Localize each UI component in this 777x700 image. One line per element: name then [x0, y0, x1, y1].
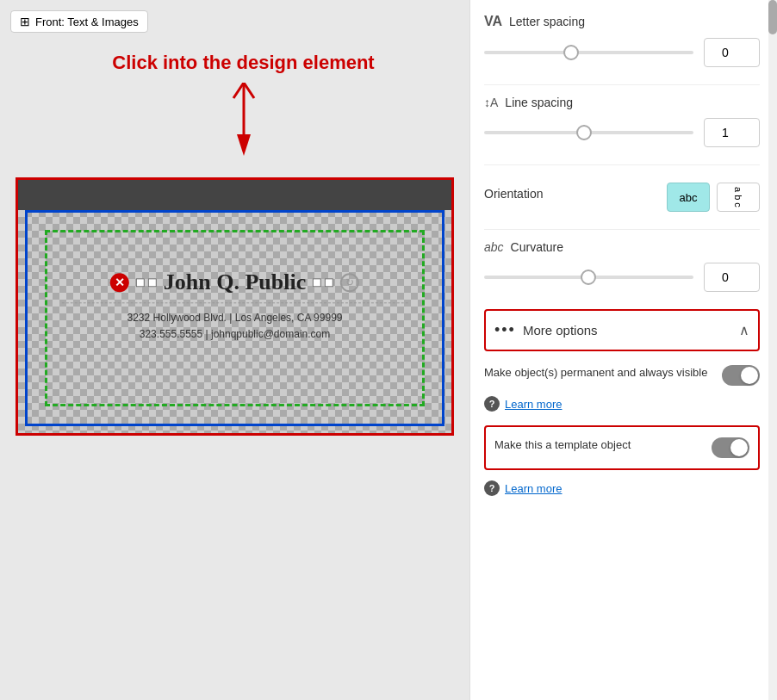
curvature-slider-row	[484, 263, 760, 292]
rotate-icon[interactable]: ↻	[340, 273, 359, 292]
selection-handles	[136, 278, 157, 287]
name-wrapper: ✕ John Q. Public ↻	[61, 269, 407, 295]
line-spacing-header: ↕A Line spacing	[484, 96, 760, 109]
handle-tm	[148, 278, 157, 287]
name-text: John Q. Public	[164, 269, 306, 295]
divider-2	[484, 164, 760, 165]
svg-line-1	[233, 83, 244, 98]
more-options-label: More options	[523, 323, 598, 338]
handle-tl	[136, 278, 145, 287]
scrollbar-thumb[interactable]	[768, 0, 777, 34]
address-line2: 323.555.5555 | johnqpublic@domain.com	[61, 327, 407, 344]
instruction-text: Click into the design element	[112, 52, 374, 74]
letter-spacing-track[interactable]	[484, 51, 693, 54]
letter-spacing-input[interactable]	[704, 38, 760, 67]
learn-more-1-row[interactable]: ? Learn more	[484, 396, 760, 412]
orientation-label: Orientation	[484, 187, 543, 201]
text-content-area[interactable]: ✕ John Q. Public ↻ 3232 Hollywood Blvd. …	[61, 269, 407, 343]
right-panel: VA Letter spacing ↕A Line spacing Orient…	[469, 0, 777, 700]
template-toggle-switch[interactable]	[712, 437, 749, 458]
more-options-header[interactable]: ••• More options ∧	[484, 309, 760, 351]
dots-icon: •••	[494, 321, 516, 339]
more-options-left: ••• More options	[494, 321, 598, 339]
orientation-buttons: abc a b c	[667, 183, 760, 212]
letter-spacing-thumb[interactable]	[563, 45, 579, 60]
delete-icon[interactable]: ✕	[110, 273, 129, 292]
letter-spacing-slider-row	[484, 38, 760, 67]
curvature-label: Curvature	[511, 240, 563, 254]
layer-badge-label: Front: Text & Images	[35, 15, 139, 28]
letter-spacing-section: VA Letter spacing	[484, 14, 760, 67]
handle-mr	[325, 278, 333, 287]
permanent-toggle-switch[interactable]	[722, 365, 760, 386]
curvature-icon: abc	[484, 240, 504, 254]
orientation-vertical[interactable]: a b c	[717, 183, 760, 212]
arrow-indicator	[218, 83, 270, 160]
question-icon-2: ?	[484, 480, 500, 496]
address-line1: 3232 Hollywood Blvd. | Los Angeles, CA 9…	[61, 310, 407, 326]
address-text: 3232 Hollywood Blvd. | Los Angeles, CA 9…	[61, 302, 407, 343]
orientation-section: Orientation abc a b c	[484, 176, 760, 212]
divider-1	[484, 84, 760, 85]
permanent-toggle-knob	[741, 367, 758, 384]
line-spacing-section: ↕A Line spacing	[484, 96, 760, 147]
curvature-input[interactable]	[704, 263, 760, 292]
selection-handles-right	[313, 278, 333, 287]
canvas-header	[18, 180, 451, 210]
curvature-header: abc Curvature	[484, 240, 760, 254]
line-spacing-label: Line spacing	[505, 96, 573, 109]
line-spacing-track[interactable]	[484, 131, 693, 134]
permanent-toggle-row: Make object(s) permanent and always visi…	[484, 365, 760, 386]
layer-badge[interactable]: ⊞ Front: Text & Images	[10, 10, 148, 33]
svg-line-2	[244, 83, 254, 98]
left-panel: ⊞ Front: Text & Images Click into the de…	[0, 0, 469, 700]
curvature-track[interactable]	[484, 276, 693, 279]
handle-tr	[313, 278, 321, 287]
line-spacing-input[interactable]	[704, 118, 760, 147]
orientation-horizontal[interactable]: abc	[667, 183, 710, 212]
learn-more-1-link[interactable]: Learn more	[505, 398, 562, 411]
template-toggle-label: Make this a template object	[494, 437, 703, 453]
curvature-section: abc Curvature	[484, 240, 760, 292]
scrollbar[interactable]	[768, 0, 777, 700]
divider-3	[484, 229, 760, 230]
question-icon-1: ?	[484, 396, 500, 412]
design-canvas[interactable]: ✕ John Q. Public ↻ 3232 Hollywood Blvd. …	[16, 177, 454, 436]
layers-icon: ⊞	[20, 15, 30, 28]
template-section: Make this a template object	[484, 425, 760, 470]
line-spacing-slider-row	[484, 118, 760, 147]
chevron-up-icon: ∧	[739, 322, 749, 338]
learn-more-2-row[interactable]: ? Learn more	[484, 480, 760, 496]
svg-marker-3	[237, 134, 251, 156]
permanent-toggle-label: Make object(s) permanent and always visi…	[484, 365, 713, 381]
line-spacing-icon: ↕A	[484, 96, 498, 109]
letter-spacing-label: Letter spacing	[509, 15, 585, 28]
line-spacing-thumb[interactable]	[576, 125, 592, 140]
curvature-thumb[interactable]	[581, 269, 596, 285]
template-toggle-row: Make this a template object	[494, 437, 749, 458]
letter-spacing-header: VA Letter spacing	[484, 14, 760, 29]
letter-spacing-icon: VA	[484, 14, 502, 29]
template-toggle-knob	[730, 439, 748, 456]
learn-more-2-link[interactable]: Learn more	[505, 482, 562, 495]
